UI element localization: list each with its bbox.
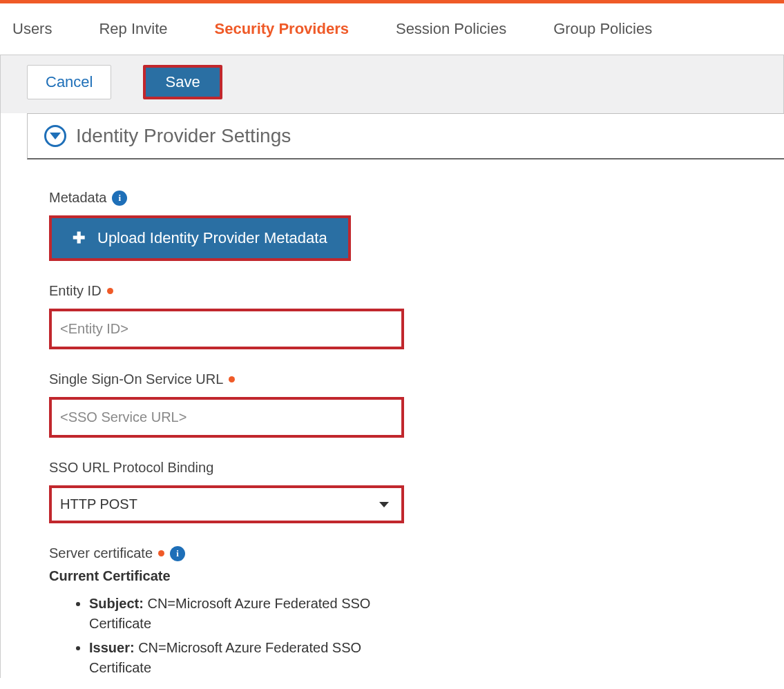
tab-session-policies[interactable]: Session Policies <box>396 20 506 38</box>
panel-title: Identity Provider Settings <box>76 125 291 147</box>
cert-subject-label: Subject: <box>89 596 144 611</box>
cert-issuer-label: Issuer: <box>89 640 135 655</box>
binding-field: SSO URL Protocol Binding HTTP POST <box>49 460 784 523</box>
required-indicator <box>107 288 113 294</box>
binding-select[interactable]: HTTP POST <box>49 485 404 523</box>
action-bar: Cancel Save <box>0 55 784 113</box>
required-indicator <box>229 376 235 382</box>
sso-url-field: Single Sign-On Service URL <box>49 371 784 438</box>
entity-id-input[interactable] <box>49 309 404 349</box>
save-button[interactable]: Save <box>143 65 222 99</box>
tab-rep-invite[interactable]: Rep Invite <box>99 20 167 38</box>
panel-header[interactable]: Identity Provider Settings <box>27 113 784 159</box>
info-icon[interactable]: i <box>112 191 127 206</box>
sso-url-label: Single Sign-On Service URL <box>49 371 223 387</box>
info-icon[interactable]: i <box>170 546 185 561</box>
upload-button-label: Upload Identity Provider Metadata <box>97 229 327 247</box>
entity-id-field: Entity ID <box>49 283 784 349</box>
server-cert-label: Server certificate <box>49 545 153 561</box>
settings-panel: Identity Provider Settings Metadata i ✚ … <box>0 113 784 678</box>
sso-url-input[interactable] <box>49 397 404 438</box>
current-cert-heading: Current Certificate <box>49 568 784 584</box>
metadata-label: Metadata <box>49 190 106 206</box>
cancel-button[interactable]: Cancel <box>27 65 111 99</box>
required-indicator <box>158 550 164 556</box>
plus-icon: ✚ <box>73 229 85 247</box>
tab-group-policies[interactable]: Group Policies <box>553 20 652 38</box>
tab-bar: Users Rep Invite Security Providers Sess… <box>0 3 784 55</box>
binding-label: SSO URL Protocol Binding <box>49 460 213 476</box>
tab-security-providers[interactable]: Security Providers <box>215 20 349 38</box>
cert-issuer-row: Issuer: CN=Microsoft Azure Federated SSO… <box>89 638 415 678</box>
binding-selected-value: HTTP POST <box>60 496 137 512</box>
cert-subject-row: Subject: CN=Microsoft Azure Federated SS… <box>89 594 415 634</box>
chevron-down-icon <box>379 502 389 507</box>
collapse-toggle-icon[interactable] <box>44 125 66 147</box>
upload-metadata-button[interactable]: ✚ Upload Identity Provider Metadata <box>49 215 351 261</box>
tab-users[interactable]: Users <box>12 20 52 38</box>
cert-details-list: Subject: CN=Microsoft Azure Federated SS… <box>49 594 415 678</box>
entity-id-label: Entity ID <box>49 283 102 299</box>
server-cert-field: Server certificate i Current Certificate… <box>49 545 784 678</box>
metadata-field: Metadata i ✚ Upload Identity Provider Me… <box>49 190 784 261</box>
panel-body: Metadata i ✚ Upload Identity Provider Me… <box>27 159 784 678</box>
